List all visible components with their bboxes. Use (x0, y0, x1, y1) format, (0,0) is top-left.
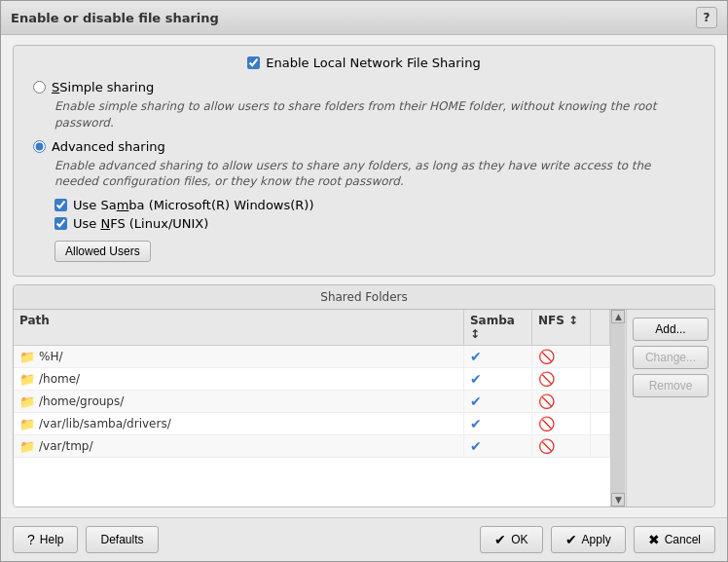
bottom-right-buttons: ✔ OK ✔ Apply ✖ Cancel (480, 526, 715, 553)
samba-cell: ✔ (464, 346, 532, 367)
side-buttons: Add... Change... Remove (627, 310, 714, 506)
table-row[interactable]: 📁 /home/ ✔ 🚫 (14, 368, 610, 391)
check-icon: ✔ (470, 416, 482, 431)
col-path: Path (14, 310, 464, 345)
path-cell: 📁 /var/lib/samba/drivers/ (14, 413, 464, 434)
add-button[interactable]: Add... (633, 318, 709, 341)
defaults-label: Defaults (100, 533, 143, 546)
table-header: Path Samba ↕ NFS ↕ (14, 310, 610, 346)
samba-label: Use Samba (Microsoft(R) Windows(R)) (73, 198, 313, 212)
table-container: Path Samba ↕ NFS ↕ 📁 %H/ (14, 310, 611, 506)
help-button[interactable]: ? Help (13, 526, 78, 553)
advanced-radio-row: Advanced sharing (33, 139, 695, 154)
apply-icon: ✔ (565, 532, 577, 547)
x-icon: 🚫 (538, 393, 555, 409)
x-icon: 🚫 (538, 371, 555, 387)
col-extra (591, 310, 610, 345)
folder-icon: 📁 (19, 350, 35, 364)
samba-cell: ✔ (464, 368, 532, 390)
simple-radio[interactable] (33, 81, 46, 94)
table-row[interactable]: 📁 /var/lib/samba/drivers/ ✔ 🚫 (14, 413, 610, 435)
help-icon: ? (27, 532, 35, 547)
check-icon: ✔ (470, 438, 482, 454)
ok-icon: ✔ (494, 532, 506, 547)
folder-icon: 📁 (19, 417, 35, 431)
cancel-button[interactable]: ✖ Cancel (634, 526, 715, 553)
path-cell: 📁 /home/ (14, 368, 464, 390)
nfs-cell: 🚫 (532, 435, 591, 457)
folder-icon: 📁 (19, 439, 35, 454)
nfs-cell: 🚫 (532, 368, 591, 390)
x-icon: 🚫 (538, 438, 555, 454)
check-icon: ✔ (470, 371, 482, 387)
main-window: Enable or disable file sharing ? Enable … (0, 0, 728, 562)
table-area: Path Samba ↕ NFS ↕ 📁 %H/ (14, 310, 714, 506)
title-bar: Enable or disable file sharing ? (1, 1, 727, 35)
nfs-label: Use NFS (Linux/UNIX) (73, 216, 208, 231)
remove-button[interactable]: Remove (633, 374, 709, 397)
check-icon: ✔ (470, 393, 482, 409)
col-samba: Samba ↕ (464, 310, 532, 345)
check-icon: ✔ (470, 349, 482, 364)
scroll-track[interactable] (611, 323, 625, 493)
x-icon: 🚫 (538, 349, 555, 364)
simple-radio-row: SSimple sharing (33, 80, 695, 94)
shared-folders-section: Shared Folders Path Samba ↕ NFS ↕ (13, 284, 715, 507)
enable-label: Enable Local Network File Sharing (266, 56, 480, 70)
enable-row: Enable Local Network File Sharing (27, 56, 701, 70)
cancel-label: Cancel (665, 533, 701, 546)
scrollbar[interactable]: ▲ ▼ (611, 310, 627, 506)
apply-button[interactable]: ✔ Apply (551, 526, 626, 553)
samba-cell: ✔ (464, 435, 532, 457)
enable-checkbox[interactable] (247, 56, 260, 69)
samba-cell: ✔ (464, 413, 532, 434)
window-title: Enable or disable file sharing (11, 11, 219, 25)
shared-folders-title: Shared Folders (14, 285, 714, 310)
ok-button[interactable]: ✔ OK (480, 526, 542, 553)
content-area: Enable Local Network File Sharing SSimpl… (1, 35, 727, 517)
nfs-cell: 🚫 (532, 346, 591, 367)
enable-section: Enable Local Network File Sharing SSimpl… (13, 45, 715, 277)
advanced-description: Enable advanced sharing to allow users t… (55, 158, 695, 191)
change-button[interactable]: Change... (633, 346, 709, 369)
bottom-bar: ? Help Defaults ✔ OK ✔ Apply ✖ Cancel (1, 517, 727, 561)
advanced-radio[interactable] (33, 140, 46, 153)
help-label: Help (40, 533, 64, 546)
nfs-cell: 🚫 (532, 391, 591, 412)
table-row[interactable]: 📁 /var/tmp/ ✔ 🚫 (14, 435, 610, 458)
scroll-up-arrow[interactable]: ▲ (611, 310, 625, 323)
title-help-button[interactable]: ? (696, 7, 717, 28)
path-cell: 📁 /home/groups/ (14, 391, 464, 412)
table-row[interactable]: 📁 %H/ ✔ 🚫 (14, 346, 610, 368)
nfs-row: Use NFS (Linux/UNIX) (55, 216, 695, 231)
samba-cell: ✔ (464, 391, 532, 412)
samba-row: Use Samba (Microsoft(R) Windows(R)) (55, 198, 695, 212)
x-icon: 🚫 (538, 416, 555, 431)
samba-checkbox[interactable] (55, 199, 67, 211)
folder-icon: 📁 (19, 394, 35, 409)
scroll-down-arrow[interactable]: ▼ (611, 493, 625, 506)
col-nfs: NFS ↕ (532, 310, 591, 345)
path-cell: 📁 %H/ (14, 346, 464, 367)
nfs-cell: 🚫 (532, 413, 591, 434)
table-body: 📁 %H/ ✔ 🚫 (14, 346, 610, 506)
apply-label: Apply (582, 533, 611, 546)
simple-description: Enable simple sharing to allow users to … (55, 98, 695, 131)
sharing-options: SSimple sharing Enable simple sharing to… (27, 76, 701, 266)
path-cell: 📁 /var/tmp/ (14, 435, 464, 457)
ok-label: OK (511, 533, 528, 546)
allowed-users-button[interactable]: Allowed Users (55, 241, 151, 262)
simple-label: SSimple sharing (52, 80, 154, 94)
advanced-label: Advanced sharing (52, 139, 165, 154)
cancel-icon: ✖ (648, 532, 660, 547)
table-row[interactable]: 📁 /home/groups/ ✔ 🚫 (14, 391, 610, 413)
bottom-left-buttons: ? Help Defaults (13, 526, 159, 553)
defaults-button[interactable]: Defaults (86, 526, 158, 553)
nfs-checkbox[interactable] (55, 217, 67, 230)
folder-icon: 📁 (19, 372, 35, 387)
